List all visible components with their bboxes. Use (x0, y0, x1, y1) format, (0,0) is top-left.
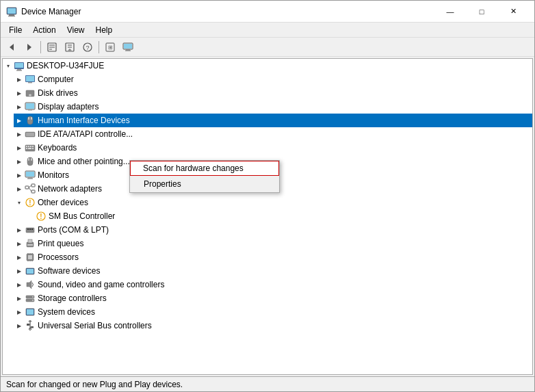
toolbar-scan-hardware[interactable]: ⊞ (102, 40, 118, 55)
toolbar-update-driver[interactable] (62, 40, 78, 55)
menu-help[interactable]: Help (90, 24, 118, 36)
processors-arrow: ▶ (14, 254, 25, 261)
menu-file[interactable]: File (3, 24, 27, 36)
title-controls: — □ ✕ (434, 5, 529, 18)
toolbar-back[interactable] (3, 40, 20, 55)
title-bar-left: Device Manager (6, 6, 81, 17)
close-button[interactable]: ✕ (497, 5, 529, 18)
tree-item-ide[interactable]: ▶ IDE ATA/ATAPI controlle... (14, 127, 532, 141)
software-label: Software devices (38, 266, 100, 276)
svg-rect-33 (28, 109, 32, 111)
svg-rect-64 (27, 228, 29, 230)
ide-icon (25, 129, 36, 140)
system-label: System devices (38, 307, 95, 317)
toolbar-forward[interactable] (21, 40, 38, 55)
smbus-icon: ! (36, 211, 47, 222)
system-arrow: ▶ (14, 309, 25, 315)
tree-item-display[interactable]: ▶ Display adapters (14, 100, 532, 114)
root-expand-arrow: ▾ (3, 63, 14, 69)
tree-item-storage[interactable]: ▶ Storage controllers (14, 291, 532, 305)
app-icon (6, 6, 17, 17)
usb-icon (25, 320, 36, 331)
menu-action[interactable]: Action (27, 24, 61, 36)
svg-rect-48 (28, 158, 29, 161)
svg-rect-53 (27, 179, 33, 179)
mice-icon (25, 156, 36, 167)
tree-item-disk[interactable]: ▶ Disk drives (14, 86, 532, 100)
tree-item-usb[interactable]: ▶ Universal Serial Bus controllers (14, 319, 532, 332)
other-arrow: ▾ (14, 200, 25, 206)
toolbar: ? ⊞ (1, 38, 534, 57)
tree-item-processors[interactable]: ▶ Processors (14, 250, 532, 264)
tree-item-system[interactable]: ▶ System devices (14, 305, 532, 319)
svg-line-57 (29, 185, 31, 187)
hid-label: Human Interface Devices (38, 116, 130, 125)
storage-label: Storage controllers (38, 293, 107, 303)
svg-rect-27 (26, 76, 34, 81)
hid-arrow: ▶ (14, 118, 25, 124)
toolbar-properties[interactable] (44, 40, 60, 55)
tree-item-hid[interactable]: ▶ Human Interface Devices (14, 114, 532, 127)
storage-arrow: ▶ (14, 296, 25, 302)
toolbar-device-manager[interactable] (120, 40, 136, 55)
svg-rect-65 (29, 228, 31, 230)
computer-arrow: ▶ (14, 77, 25, 83)
svg-rect-69 (27, 244, 33, 246)
tree-item-computer[interactable]: ▶ Computer (14, 73, 532, 86)
svg-rect-41 (28, 146, 29, 147)
disk-label: Disk drives (38, 88, 78, 98)
svg-text:⊞: ⊞ (108, 44, 113, 51)
tree-item-print[interactable]: ▶ Print queues (14, 237, 532, 250)
display-label: Display adapters (38, 102, 99, 112)
toolbar-separator-1 (40, 41, 41, 53)
sound-arrow: ▶ (14, 282, 25, 288)
svg-rect-68 (28, 239, 32, 243)
tree-item-smbus[interactable]: ! SM Bus Controller (25, 209, 532, 223)
monitors-icon (25, 170, 36, 181)
tree-item-other[interactable]: ▾ ! Other devices (14, 196, 532, 209)
svg-rect-35 (28, 117, 29, 120)
svg-rect-36 (31, 117, 32, 120)
properties-icon (47, 42, 57, 52)
software-arrow: ▶ (14, 268, 25, 274)
minimize-button[interactable]: — (434, 5, 466, 18)
tree-item-sound[interactable]: ▶ Sound, video and game controllers (14, 278, 532, 291)
network-arrow: ▶ (14, 186, 25, 192)
svg-marker-88 (28, 320, 32, 322)
storage-icon (25, 293, 36, 304)
toolbar-help[interactable]: ? (79, 40, 96, 55)
context-menu: Scan for hardware changes Properties (129, 160, 280, 193)
other-icon: ! (25, 197, 36, 208)
menu-view[interactable]: View (62, 24, 90, 36)
hid-icon (25, 115, 36, 126)
main-content: ▾ DESKTOP-U34FJUE ▶ (1, 57, 534, 376)
maximize-button[interactable]: □ (466, 5, 497, 18)
device-manager-window: Device Manager — □ ✕ File Action View He… (0, 0, 535, 392)
tree-item-ports[interactable]: ▶ Ports (COM & LPT) (14, 223, 532, 237)
scan-icon: ⊞ (105, 42, 115, 52)
svg-rect-25 (16, 70, 22, 71)
status-bar: Scan for changed or new Plug and Play de… (1, 376, 534, 391)
back-icon (7, 42, 16, 52)
context-menu-properties[interactable]: Properties (130, 176, 279, 192)
tree-item-software[interactable]: ▶ Software devices (14, 264, 532, 278)
print-label: Print queues (38, 239, 83, 248)
tree-root[interactable]: ▾ DESKTOP-U34FJUE (3, 59, 532, 73)
svg-marker-80 (27, 280, 31, 289)
svg-rect-43 (32, 146, 34, 147)
keyboards-label: Keyboards (38, 143, 77, 153)
svg-rect-3 (8, 8, 16, 14)
svg-rect-21 (125, 50, 131, 51)
device-tree[interactable]: ▾ DESKTOP-U34FJUE ▶ (2, 58, 533, 375)
monitors-arrow: ▶ (14, 172, 25, 179)
svg-rect-66 (31, 228, 33, 230)
ports-label: Ports (COM & LPT) (38, 225, 109, 235)
mice-arrow: ▶ (14, 159, 25, 165)
tree-item-keyboards[interactable]: ▶ Keyboards (14, 141, 532, 155)
processors-icon (25, 252, 36, 263)
svg-rect-49 (31, 158, 32, 161)
svg-rect-46 (32, 148, 34, 149)
print-icon (25, 238, 36, 249)
update-icon (65, 42, 75, 52)
context-menu-scan[interactable]: Scan for hardware changes (130, 161, 279, 176)
